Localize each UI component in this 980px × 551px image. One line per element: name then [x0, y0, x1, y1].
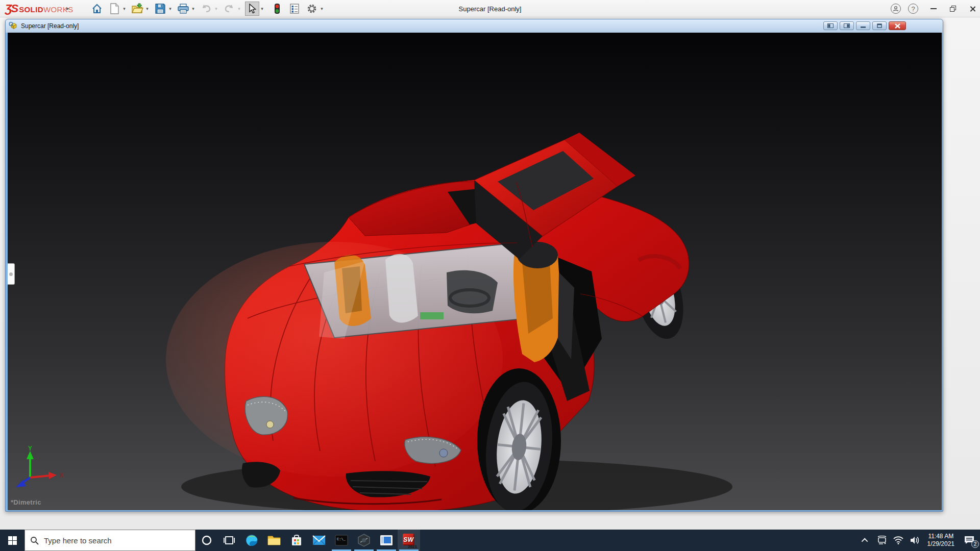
home-icon	[91, 3, 103, 14]
select-tool-button[interactable]	[245, 2, 259, 16]
mail-icon	[312, 535, 326, 546]
new-document-icon	[109, 3, 119, 14]
tray-chevron-button[interactable]	[859, 530, 872, 551]
graphics-viewport[interactable]: Y X *Dimetric	[8, 33, 942, 510]
tray-wifi-button[interactable]	[892, 530, 905, 551]
options-dropdown[interactable]: ▾	[320, 6, 325, 11]
minimize-button[interactable]	[930, 8, 937, 9]
clock-date: 1/29/2021	[927, 540, 954, 548]
doc-minimize-icon	[861, 23, 866, 28]
print-dropdown[interactable]: ▾	[191, 6, 196, 11]
clock-time: 11:48 AM	[927, 533, 954, 540]
document-restore-button[interactable]	[872, 21, 887, 30]
print-icon	[177, 3, 189, 14]
save-icon	[155, 3, 166, 14]
document-title: Supercar [Read-only]	[21, 22, 79, 30]
document-titlebar[interactable]: Supercar [Read-only]	[6, 19, 943, 33]
solidworks-logo-solid: SOLID	[19, 5, 43, 14]
open-button[interactable]	[130, 2, 144, 16]
taskbar-terminal-button[interactable]: C:\_	[330, 530, 353, 551]
options-gear-icon	[306, 3, 317, 14]
document-window: Supercar [Read-only]	[5, 19, 943, 512]
document-minimize-button[interactable]	[856, 21, 870, 30]
cortana-button[interactable]	[195, 530, 218, 551]
person-glyph	[893, 6, 899, 12]
taskbar-store-button[interactable]	[285, 530, 308, 551]
undo-dropdown[interactable]: ▾	[214, 6, 219, 11]
cortana-icon	[201, 535, 212, 546]
taskbar-solidworks-button[interactable]: SW 2021	[398, 530, 420, 551]
sw-letters: SW	[403, 536, 413, 543]
print-button[interactable]	[176, 2, 190, 16]
menu-expand-arrow-icon[interactable]: ▸	[66, 5, 69, 12]
windows-taskbar: C:\_ SW 2021	[0, 530, 980, 551]
help-glyph: ?	[911, 5, 915, 13]
file-explorer-icon	[267, 535, 281, 546]
search-icon	[30, 536, 39, 545]
account-icon[interactable]	[891, 4, 901, 14]
undo-button[interactable]	[199, 2, 213, 16]
notification-badge: 2	[971, 540, 979, 548]
start-button[interactable]	[0, 530, 24, 551]
new-document-button[interactable]	[107, 2, 121, 16]
undo-icon	[200, 4, 212, 14]
file-properties-icon	[289, 4, 300, 14]
select-arrow-icon	[248, 4, 257, 14]
options-button[interactable]	[305, 2, 319, 16]
sw-year: 2021	[408, 544, 417, 549]
microsoft-store-icon	[290, 534, 303, 546]
tray-volume-button[interactable]	[908, 530, 921, 551]
taskbar-edrawings-button[interactable]	[353, 530, 375, 551]
search-input[interactable]	[44, 536, 177, 545]
taskbar-mail-button[interactable]	[308, 530, 330, 551]
hexagon-app-icon	[357, 534, 371, 547]
display-pane-right-button[interactable]	[840, 21, 854, 30]
document-close-button[interactable]	[889, 21, 906, 30]
wifi-icon	[893, 536, 903, 544]
pane-left-icon	[827, 23, 834, 28]
save-button[interactable]	[153, 2, 167, 16]
chevron-up-icon	[862, 538, 868, 544]
windows-logo-icon	[8, 536, 17, 545]
redo-button[interactable]	[222, 2, 236, 16]
rebuild-traffic-light-icon	[274, 3, 280, 14]
save-dropdown[interactable]: ▾	[168, 6, 173, 11]
triad-x-label: X	[60, 472, 64, 479]
edge-icon	[245, 534, 258, 547]
redo-icon	[223, 4, 235, 14]
redo-dropdown[interactable]: ▾	[237, 6, 242, 11]
collapsed-tab-dot	[9, 272, 13, 276]
command-prompt-icon: C:\_	[335, 534, 348, 546]
app-titlebar: ƷS SOLID WORKS ▸ ▾ ▾	[0, 0, 980, 17]
assembly-document-icon	[9, 22, 18, 30]
doc-close-icon	[895, 23, 900, 29]
home-button[interactable]	[90, 2, 104, 16]
help-icon[interactable]: ?	[908, 4, 918, 14]
supercar-3d-model[interactable]	[8, 33, 942, 510]
task-view-icon	[224, 535, 235, 545]
action-center-button[interactable]: 2	[961, 530, 978, 551]
taskbar-search[interactable]	[24, 530, 195, 551]
select-tool-dropdown[interactable]: ▾	[260, 6, 265, 11]
connect-display-icon	[877, 536, 887, 545]
app-window-icon	[380, 535, 393, 546]
solidworks-client-area: Supercar [Read-only]	[0, 18, 980, 530]
speaker-icon	[910, 536, 920, 545]
open-dropdown[interactable]: ▾	[145, 6, 150, 11]
view-orientation-label: *Dimetric	[11, 498, 41, 506]
restore-button[interactable]	[950, 6, 956, 12]
terminal-label: C:\_	[337, 537, 346, 541]
tray-connect-button[interactable]	[875, 530, 889, 551]
new-document-dropdown[interactable]: ▾	[122, 6, 127, 11]
close-button[interactable]	[969, 6, 976, 12]
task-view-button[interactable]	[218, 530, 240, 551]
taskbar-edge-button[interactable]	[240, 530, 263, 551]
taskbar-photos-button[interactable]	[375, 530, 398, 551]
taskbar-clock[interactable]: 11:48 AM 1/29/2021	[924, 533, 958, 548]
open-icon	[131, 3, 143, 14]
display-pane-left-button[interactable]	[823, 21, 838, 30]
rebuild-button[interactable]	[270, 2, 284, 16]
taskbar-file-explorer-button[interactable]	[263, 530, 285, 551]
file-properties-button[interactable]	[287, 2, 302, 16]
featuremanager-collapsed-tab[interactable]	[8, 263, 15, 285]
